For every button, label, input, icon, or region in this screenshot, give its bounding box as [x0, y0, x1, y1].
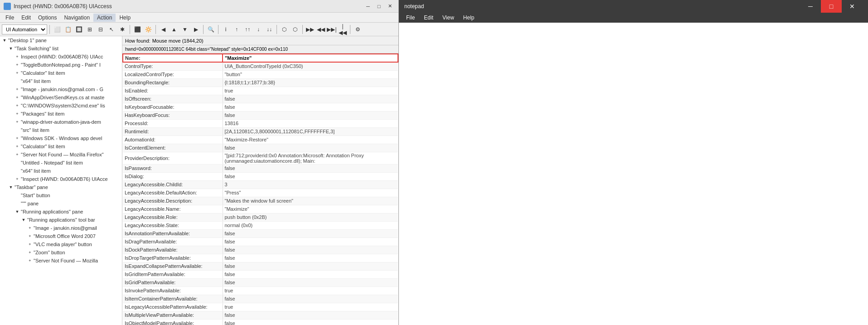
tree-expand-icon[interactable]: + — [15, 152, 20, 157]
tree-expand-icon[interactable] — [15, 201, 20, 206]
tree-expand-icon[interactable] — [15, 193, 20, 198]
toolbar-btn-5[interactable]: ⊟ — [96, 24, 106, 34]
tree-expand-icon[interactable]: + — [27, 242, 33, 247]
tree-expand-icon[interactable]: + — [15, 136, 20, 141]
tree-item[interactable]: +"Windows SDK - Windows app devel — [0, 134, 122, 142]
menu-navigation[interactable]: Navigation — [60, 14, 93, 22]
toolbar-btn-1[interactable]: ⬜ — [52, 24, 62, 34]
tree-expand-icon[interactable]: + — [15, 176, 20, 182]
tree-expand-icon[interactable]: + — [15, 119, 20, 125]
tree-expand-icon[interactable]: + — [15, 111, 20, 116]
toolbar-btn-3[interactable]: 🔲 — [74, 24, 84, 34]
tree-expand-icon[interactable]: + — [27, 258, 33, 263]
notepad-menu-help[interactable]: Help — [460, 14, 478, 22]
tree-item[interactable]: +"Packages" list item — [0, 110, 122, 118]
tree-expand-icon[interactable]: + — [15, 144, 20, 149]
tree-expand-icon[interactable]: + — [15, 70, 20, 76]
tree-panel[interactable]: ▼"Desktop 1" pane▼"Task Switching" list+… — [0, 36, 122, 325]
tree-item[interactable]: +"Microsoft Office Word 2007 — [0, 232, 122, 240]
toolbar-btn-i4[interactable]: ↓ — [253, 24, 263, 34]
tree-expand-icon[interactable]: ▼ — [2, 38, 7, 43]
tree-expand-icon[interactable]: + — [27, 225, 33, 231]
tree-item[interactable]: "x64" list item — [0, 167, 122, 175]
notepad-menu-view[interactable]: View — [439, 14, 458, 22]
menu-options[interactable]: Options — [34, 14, 60, 22]
tree-item[interactable]: +Inspect (HWND: 0x006A0B76) UIAcc — [0, 53, 122, 61]
tree-item[interactable]: ▼"Task Switching" list — [0, 44, 122, 53]
notepad-menu-edit[interactable]: Edit — [420, 14, 437, 22]
tree-item[interactable]: +"Calculator" list item — [0, 142, 122, 150]
tree-expand-icon[interactable] — [15, 78, 20, 84]
menu-file[interactable]: File — [2, 14, 18, 22]
inspect-minimize-button[interactable]: ─ — [363, 2, 373, 11]
toolbar-btn-2[interactable]: 📋 — [63, 24, 73, 34]
toolbar-btn-up[interactable]: ▲ — [169, 24, 179, 34]
toolbar-btn-find[interactable]: 🔍 — [206, 24, 216, 34]
tree-item[interactable]: +"Server Not Found — Mozilla — [0, 257, 122, 265]
tree-expand-icon[interactable]: + — [15, 54, 20, 59]
tree-expand-icon[interactable]: + — [15, 103, 20, 108]
toolbar-btn-p1[interactable]: ⬡ — [279, 24, 289, 34]
toolbar-btn-i1[interactable]: i — [221, 24, 231, 34]
menu-action[interactable]: Action — [93, 14, 116, 22]
tree-item[interactable]: "Untitled - Notepad" list item — [0, 159, 122, 167]
tree-item[interactable]: +"C:\WINDOWS\system32\cmd.exe" lis — [0, 102, 122, 110]
tree-item[interactable]: ▼"Running applications" pane — [0, 208, 122, 216]
toolbar-btn-p2[interactable]: ⬡ — [290, 24, 300, 34]
properties-table[interactable]: Name:"Maximize"ControlType:UIA_ButtonCon… — [122, 53, 398, 325]
tree-expand-icon[interactable]: ▼ — [8, 46, 14, 51]
toolbar-btn-select[interactable]: ✱ — [117, 24, 127, 34]
tree-item[interactable]: +"VLC media player" button — [0, 240, 122, 248]
inspect-close-button[interactable]: ✕ — [385, 2, 395, 11]
tree-item[interactable]: +"winapp-driver-automation-java-dem — [0, 118, 122, 126]
notepad-menu-file[interactable]: File — [402, 14, 418, 22]
tree-item[interactable]: "src" list item — [0, 126, 122, 134]
toolbar-btn-highlight[interactable]: 🔆 — [143, 24, 153, 34]
automation-type-dropdown[interactable]: UI Automation — [2, 24, 47, 34]
toolbar-btn-stop[interactable]: ⬛ — [132, 24, 142, 34]
toolbar-btn-action4[interactable]: |◀◀ — [338, 24, 348, 34]
tree-expand-icon[interactable]: + — [15, 62, 20, 68]
tree-expand-icon[interactable] — [15, 160, 20, 165]
tree-expand-icon[interactable]: + — [15, 87, 20, 92]
tree-expand-icon[interactable]: + — [27, 233, 33, 239]
tree-item[interactable]: ▼"Running applications" tool bar — [0, 216, 122, 224]
tree-item[interactable]: """ pane — [0, 199, 122, 208]
toolbar-btn-action3[interactable]: ▶▶| — [327, 24, 337, 34]
tree-item[interactable]: +"ToggleButtonNotepad.png - Paint" I — [0, 61, 122, 69]
tree-item[interactable]: "x64" list item — [0, 77, 122, 85]
tree-expand-icon[interactable]: + — [15, 95, 20, 100]
toolbar-btn-action1[interactable]: ▶▶ — [305, 24, 315, 34]
tree-expand-icon[interactable]: ▼ — [15, 209, 20, 214]
tree-item[interactable]: +"WinAppDriver/SendKeys.cs at maste — [0, 93, 122, 102]
toolbar-btn-i2[interactable]: ↑ — [232, 24, 242, 34]
tree-item[interactable]: ▼"Taskbar" pane — [0, 183, 122, 191]
tree-item[interactable]: +"Inspect (HWND: 0x006A0B76) UIAcce — [0, 175, 122, 183]
tree-item[interactable]: +"Image - janukin.nios@gmail — [0, 224, 122, 232]
tree-expand-icon[interactable]: + — [27, 250, 33, 255]
tree-expand-icon[interactable] — [15, 127, 20, 133]
tree-item[interactable]: +"Zoom" button — [0, 248, 122, 257]
toolbar-btn-cursor[interactable]: ↖ — [107, 24, 116, 34]
tree-item[interactable]: +"Calculator" list item — [0, 69, 122, 77]
toolbar-btn-down[interactable]: ▼ — [180, 24, 190, 34]
tree-item[interactable]: +"Server Not Found — Mozilla Firefox" — [0, 150, 122, 159]
tree-item[interactable]: ▼"Desktop 1" pane — [0, 36, 122, 44]
toolbar-btn-action2[interactable]: ◀◀ — [316, 24, 326, 34]
tree-expand-icon[interactable]: ▼ — [21, 217, 26, 223]
tree-expand-icon[interactable] — [15, 168, 20, 174]
toolbar-btn-4[interactable]: ⊞ — [85, 24, 95, 34]
toolbar-btn-settings[interactable]: ⚙ — [353, 24, 363, 34]
toolbar-btn-i5[interactable]: ↓↓ — [264, 24, 274, 34]
toolbar-btn-left[interactable]: ◀ — [158, 24, 168, 34]
notepad-minimize-button[interactable]: ─ — [800, 0, 821, 13]
inspect-maximize-button[interactable]: □ — [374, 2, 384, 11]
tree-item[interactable]: "Start" button — [0, 191, 122, 199]
toolbar-btn-right[interactable]: ▶ — [191, 24, 201, 34]
notepad-close-button[interactable]: ✕ — [842, 0, 863, 13]
menu-edit[interactable]: Edit — [18, 14, 34, 22]
menu-help[interactable]: Help — [116, 14, 134, 22]
notepad-maximize-button[interactable]: □ — [821, 0, 842, 13]
toolbar-btn-i3[interactable]: ↑↑ — [242, 24, 252, 34]
tree-expand-icon[interactable]: ▼ — [8, 184, 14, 190]
